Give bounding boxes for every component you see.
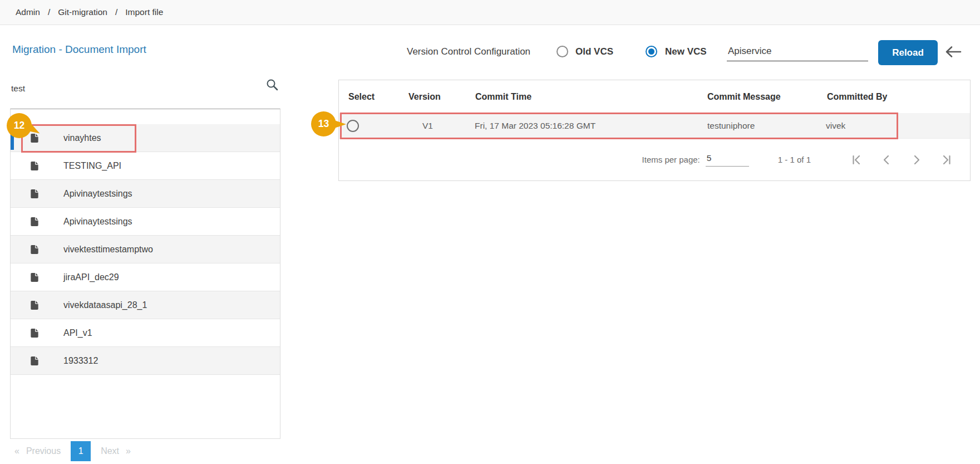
first-page-icon[interactable] [850,153,863,167]
file-icon [29,243,40,256]
file-item-label: jiraAPI_dec29 [63,272,119,282]
file-item[interactable]: vivektesttimestamptwo [11,236,280,263]
column-header-version: Version [408,80,441,113]
file-item-label: Apivinaytestsings [63,217,132,227]
breadcrumb-separator: / [115,7,117,17]
table-paginator: Items per page: 5 1 - 1 of 1 [339,139,970,180]
items-per-page-select[interactable]: 5 [706,153,749,167]
commit-version: V1 [422,113,433,139]
reload-button[interactable]: Reload [878,40,938,65]
service-name-input[interactable] [727,41,868,61]
commit-select-radio[interactable] [347,120,359,132]
pagination-page-1[interactable]: 1 [71,441,91,461]
file-icon [29,160,40,172]
commit-time: Fri, 17 Mar 2023 05:16:28 GMT [475,113,595,139]
file-list-panel: vinayhtes TESTING_API Apivinaytestsings … [10,109,280,439]
commit-message: testuniphore [707,113,755,139]
chevron-left-icon[interactable] [880,153,893,167]
file-list-pagination: « Previous 1 Next » [14,441,131,462]
file-item[interactable]: Apivinaytestsings [11,208,280,236]
pagination-first-symbol[interactable]: « [14,446,19,456]
file-item-label: Apivinaytestsings [63,189,132,199]
file-item[interactable]: jiraAPI_dec29 [11,263,280,291]
breadcrumb: Admin / Git-migration / Import file [0,0,980,25]
new-vcs-radio[interactable] [646,46,657,57]
file-item-label: vivekdataasapi_28_1 [63,300,147,310]
file-icon [29,327,40,339]
badge-number: 13 [318,118,329,130]
vcs-config-label: Version Control Configuration [407,46,530,57]
file-item-label: TESTING_API [63,161,121,171]
column-header-select: Select [348,80,375,113]
file-icon [29,216,40,228]
breadcrumb-separator: / [48,7,50,17]
file-item-label: 1933312 [63,356,98,366]
column-header-commit-message: Commit Message [707,80,781,113]
file-item[interactable]: TESTING_API [11,152,280,180]
breadcrumb-item-git-migration[interactable]: Git-migration [58,7,107,17]
file-item[interactable]: Apivinaytestsings [11,180,280,208]
old-vcs-radio[interactable] [557,46,568,57]
file-item-vinayhtes[interactable]: vinayhtes [11,124,280,152]
file-icon [29,299,40,311]
migration-import-screen: Admin / Git-migration / Import file Migr… [0,0,980,464]
file-icon [29,271,40,284]
column-header-committed-by: Committed By [827,80,887,113]
breadcrumb-item-admin[interactable]: Admin [16,7,40,17]
file-item-label: API_v1 [63,328,92,338]
file-item[interactable]: API_v1 [11,319,280,347]
commits-table: Select Version Commit Time Commit Messag… [338,80,971,181]
pagination-last-symbol[interactable]: » [126,446,131,456]
badge-number: 12 [14,120,24,131]
last-page-icon[interactable] [940,153,953,167]
file-search-input[interactable] [11,80,250,97]
annotation-badge-13: 13 [311,111,336,136]
annotation-badge-12: 12 [7,113,32,138]
pagination-next[interactable]: Next [101,446,119,456]
old-vcs-radio-label[interactable]: Old VCS [575,46,613,57]
column-header-commit-time: Commit Time [475,80,531,113]
file-item-label: vinayhtes [63,133,101,143]
items-per-page-label: Items per page: [642,155,700,164]
back-arrow-icon[interactable] [944,45,962,58]
file-icon [29,355,40,367]
file-item[interactable]: 1933312 [11,347,280,375]
search-icon[interactable] [265,78,279,91]
commit-table-row[interactable]: V1 Fri, 17 Mar 2023 05:16:28 GMT testuni… [339,113,970,139]
pagination-previous[interactable]: Previous [26,446,61,456]
new-vcs-radio-label[interactable]: New VCS [665,46,707,57]
file-item[interactable]: vivekdataasapi_28_1 [11,291,280,319]
file-icon [29,188,40,200]
breadcrumb-item-import-file[interactable]: Import file [125,7,163,17]
committed-by: vivek [826,113,845,139]
chevron-right-icon[interactable] [910,153,923,167]
file-item-label: vivektesttimestamptwo [63,245,153,255]
page-title: Migration - Document Import [12,43,146,56]
paginator-range-label: 1 - 1 of 1 [778,155,811,164]
items-per-page-value: 5 [707,153,712,163]
